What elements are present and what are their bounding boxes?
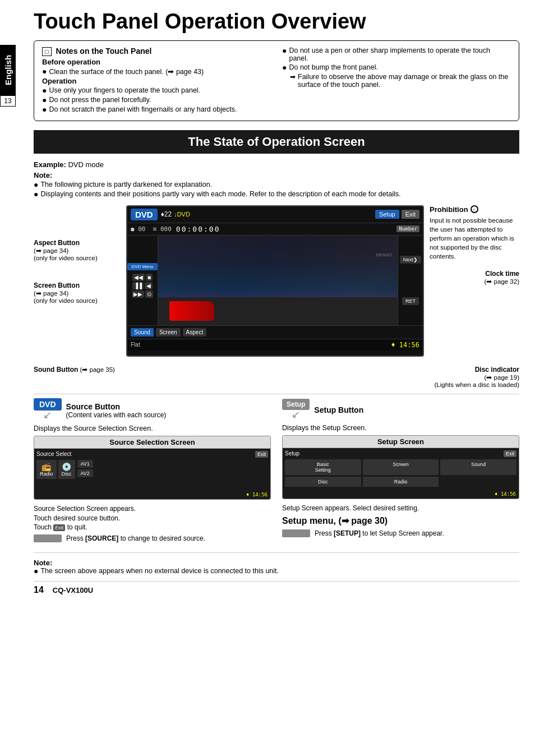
track-info: ♦22 (161, 210, 172, 218)
notes-left: □ Notes on the Touch Panel Before operat… (42, 47, 271, 115)
source-mini-clock: ♦ 14:56 (246, 492, 268, 497)
car-body (169, 301, 214, 321)
prohibition-icon: ○ (471, 205, 478, 213)
source-screen-content: Source Select Exit 📻 Radio 💿 Disc (34, 449, 270, 499)
screen-topbar: DVD ♦22 ↓DVD Setup Exit (127, 206, 423, 223)
source-mini-topbar: Source Select Exit (36, 451, 268, 458)
radio-icon-btn[interactable]: 📻 Radio (36, 460, 57, 479)
disc-icon-btn[interactable]: 💿 Disc (58, 460, 75, 479)
notes-title: □ Notes on the Touch Panel (42, 47, 271, 56)
disc-indicator-label: Disc indicator (435, 366, 520, 374)
sound-setting-btn[interactable]: Sound (440, 459, 516, 475)
aspect-button-label-block: Aspect Button (➡ page 34) (only for vide… (34, 239, 121, 261)
circle-btn[interactable]: ⊙ (145, 291, 153, 298)
operation-area: Aspect Button (➡ page 34) (only for vide… (34, 205, 519, 357)
clock-time-label: Clock time (430, 270, 519, 278)
aspect-button-note: (only for video source) (34, 255, 121, 261)
clock-note: Clock time (➡ page 32) (430, 270, 519, 285)
sound-ctrl-btn[interactable]: Sound (131, 328, 154, 336)
setup-screen-title: Setup Screen (283, 436, 519, 448)
dvd-menu-btn[interactable]: DVD Menu (127, 263, 158, 270)
clock-display: ♦ 14:56 (391, 341, 419, 349)
screen-button-ref: (➡ page 34) (34, 289, 121, 297)
footer-model-name: CQ-VX100U (53, 586, 93, 594)
bullet-item: ● Do not use a pen or other sharp implem… (282, 47, 511, 62)
source-displays-text: Displays the Source Selection Screen. (34, 425, 271, 432)
aspect-ctrl-btn[interactable]: Aspect (183, 328, 207, 336)
screen-setting-btn[interactable]: Screen (363, 459, 439, 475)
dvd-badge: DVD (131, 209, 158, 220)
setup-mini-topbar: Setup Exit (285, 450, 516, 457)
screen-button-title: Screen Button (34, 282, 121, 289)
source-exit-btn[interactable]: Exit (255, 451, 268, 458)
next-chapter-btn[interactable]: Next❯ (400, 256, 422, 264)
setup-btn[interactable]: Setup (375, 210, 399, 219)
section-banner: The State of Operation Screen (34, 130, 519, 154)
brand-overlay: DENSO (376, 252, 392, 257)
sound-button-ref: (➡ page 35) (80, 366, 115, 373)
av1-btn[interactable]: AV1 (77, 460, 93, 468)
next-btn-small[interactable]: ▶▶ (132, 291, 144, 298)
dvd-label: ↓DVD (174, 211, 190, 218)
stop-btn[interactable]: ■ (146, 274, 153, 281)
setup-remote-row: Press [SETUP] to let Setup Screen appear… (282, 529, 519, 537)
pause-btn[interactable]: ▐▐ (132, 282, 144, 289)
basic-setting-btn[interactable]: BasicSetting (285, 459, 361, 475)
bullet-icon: ● (42, 67, 47, 76)
prev-chapter-btn[interactable]: ◀ (145, 282, 153, 289)
setup-menu-title: Setup menu, (➡ page 30) (282, 515, 519, 526)
sound-button-label-block: Sound Button (➡ page 35) (34, 366, 115, 388)
radio-setting-btn[interactable]: Radio (363, 477, 439, 487)
page-title: Touch Panel Operation Overview (34, 10, 519, 34)
sound-button-label: Sound Button (34, 366, 78, 374)
setup-exit-btn[interactable]: Exit (504, 450, 516, 457)
screen-bottom-controls: Sound Screen Aspect (127, 325, 423, 339)
radio-label: Radio (40, 471, 53, 477)
setup-appears-text: Setup Screen appears. Select desired set… (282, 504, 519, 513)
bullet-icon: ● (42, 105, 47, 114)
source-button-desc: Source Button (Content varies with each … (66, 402, 167, 419)
arrow-icon: ➡ (290, 73, 296, 81)
before-operation-label: Before operation (42, 58, 271, 66)
ret-btn[interactable]: RET (402, 297, 419, 305)
source-appears-text: Source Selection Screen appears. Touch d… (34, 504, 271, 532)
setup-button-desc: Setup Button (314, 405, 363, 414)
disc-indicator-note: (Lights when a disc is loaded) (435, 381, 520, 388)
screen-ctrl-btn[interactable]: Screen (156, 328, 181, 336)
bottom-buttons-row: Sound Screen Aspect (131, 328, 419, 336)
note-bullet: ● Displaying contents and their position… (34, 190, 519, 199)
prev-btn[interactable]: ◀◀ (132, 274, 145, 281)
aspect-button-title: Aspect Button (34, 239, 121, 247)
source-button-title: Source Button (66, 402, 167, 411)
setup-column: Setup ↙ Setup Button Displays the Setup … (282, 400, 519, 547)
source-remote-text: Press [SOURCE] to change to desired sour… (66, 534, 205, 542)
final-note-label: Note: (34, 559, 52, 567)
sidebar-label: English (0, 45, 16, 95)
footer-page-number: 14 (34, 585, 44, 595)
av2-btn[interactable]: AV2 (77, 469, 93, 477)
bottom-labels-row: Sound Button (➡ page 35) Disc indicator … (34, 366, 519, 388)
remote-graphic-source (37, 535, 58, 542)
remote-icon-setup (282, 529, 310, 537)
screen-mockup: DVD ♦22 ↓DVD Setup Exit ● 00 ≡ 000 00:00… (126, 205, 424, 357)
example-line: Example: DVD mode (34, 160, 519, 169)
disc-icon: 💿 (62, 462, 72, 471)
setup-screen-content: Setup Exit BasicSetting Screen Sound Dis… (283, 448, 519, 499)
icons-row: ● 00 ≡ 000 (131, 225, 172, 233)
example-label: Example: (34, 160, 66, 169)
notes-title-text: Notes on the Touch Panel (56, 47, 152, 56)
source-icon-row: 📻 Radio 💿 Disc (36, 460, 75, 479)
footer: 14 CQ-VX100U (34, 581, 519, 595)
exit-btn[interactable]: Exit (402, 210, 419, 219)
disc-setting-btn[interactable]: Disc (285, 477, 361, 487)
antenna-icon: 📻 (40, 462, 53, 471)
final-note-text: The screen above appears when no externa… (40, 567, 279, 575)
notes-box: □ Notes on the Touch Panel Before operat… (34, 40, 519, 121)
screen-middle: DVD Menu ◀◀ ■ ▐▐ ◀ ▶▶ ⊙ DENSO Nex (127, 236, 423, 325)
divider (34, 394, 519, 394)
bullet-item: ➡ Failure to observe the above may damag… (290, 73, 511, 89)
bullet-text: Do not scratch the panel with fingernail… (49, 105, 237, 113)
setup-displays-text: Displays the Setup Screen. (282, 424, 519, 432)
number-btn[interactable]: Number (396, 225, 419, 232)
exit-inline-btn[interactable]: Exit (53, 524, 65, 531)
